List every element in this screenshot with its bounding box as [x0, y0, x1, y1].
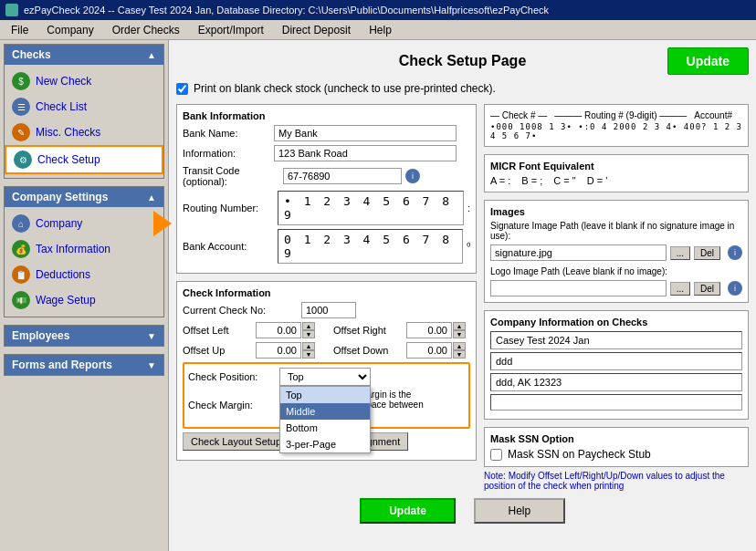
update-button-bottom[interactable]: Update: [360, 498, 456, 524]
offset-left-up[interactable]: ▲: [302, 322, 315, 330]
employees-section-header[interactable]: Employees ▼: [5, 326, 163, 346]
bank-name-input[interactable]: [274, 125, 457, 141]
micr-font-panel: MICR Font Equivalent A = : B = ; C = " D…: [484, 154, 749, 192]
offset-up-down[interactable]: ▼: [302, 350, 315, 359]
menu-order-checks[interactable]: Order Checks: [105, 22, 187, 38]
routing-number-row: Routing Number: • 1 2 3 4 5 6 7 8 9 :: [183, 191, 470, 225]
sidebar: Checks ▲ $ New Check ☰ Check List ✎ Misc…: [0, 40, 169, 551]
check-position-row: Check Position: Top Middle Bottom 3-per-…: [188, 368, 465, 386]
deductions-label: Deductions: [36, 268, 90, 281]
micr-b: B = ;: [521, 175, 542, 186]
account-no-header: Account#: [694, 110, 732, 120]
company-info-panel: Company Information on Checks Casey Test…: [484, 310, 749, 420]
print-blank-check-label: Print on blank check stock (uncheck to u…: [194, 82, 496, 95]
micr-a: A = :: [490, 175, 510, 186]
information-input[interactable]: [274, 145, 457, 161]
tax-icon: 💰: [12, 240, 30, 258]
update-button-top[interactable]: Update: [667, 47, 749, 75]
transit-code-row: Transit Code (optional): i: [183, 165, 470, 187]
sidebar-item-tax-info[interactable]: 💰 Tax Information: [5, 236, 163, 262]
sidebar-item-company[interactable]: ⌂ Company: [5, 211, 163, 236]
company-line1: Casey Test 2024 Jan: [490, 331, 742, 349]
bottom-buttons: Update Help: [176, 498, 749, 524]
bank-account-label: Bank Account:: [183, 241, 274, 252]
transit-code-info-btn[interactable]: i: [405, 169, 420, 183]
mask-ssn-checkbox[interactable]: [490, 449, 502, 461]
title-text: ezPayCheck 2024 -- Casey Test 2024 Jan, …: [24, 5, 549, 16]
forms-section-header[interactable]: Forms and Reports ▼: [5, 355, 163, 375]
help-button[interactable]: Help: [474, 498, 565, 524]
check-position-select[interactable]: Top Middle Bottom 3-per-Page: [279, 368, 371, 386]
sidebar-item-new-check[interactable]: $ New Check: [5, 68, 163, 94]
menu-company[interactable]: Company: [39, 22, 100, 38]
employees-chevron: ▼: [147, 331, 156, 341]
micr-d: D = ': [587, 175, 608, 186]
dropdown-option-middle[interactable]: Middle: [280, 403, 370, 420]
images-title: Images: [490, 206, 742, 217]
information-label: Information:: [183, 148, 274, 159]
signature-info-btn[interactable]: i: [728, 245, 742, 260]
offset-right-input[interactable]: [406, 322, 452, 338]
wage-icon: 💵: [12, 291, 30, 309]
offset-up-input[interactable]: [256, 342, 301, 359]
arrow-shape: [153, 211, 172, 236]
logo-browse-btn[interactable]: ...: [670, 282, 690, 296]
misc-checks-icon: ✎: [12, 123, 30, 141]
arrow-indicator: [153, 211, 172, 239]
mask-ssn-label: Mask SSN on Paycheck Stub: [508, 448, 651, 461]
offset-right-up[interactable]: ▲: [453, 322, 466, 330]
dropdown-option-bottom[interactable]: Bottom: [280, 420, 370, 436]
check-list-icon: ☰: [12, 98, 30, 116]
transit-code-label: Transit Code (optional):: [183, 165, 283, 187]
logo-info-btn[interactable]: i: [728, 281, 742, 296]
offset-down-down[interactable]: ▼: [453, 350, 466, 359]
print-blank-check-checkbox[interactable]: [176, 83, 188, 95]
offset-right-spinner: ▲ ▼: [406, 322, 466, 338]
check-header-panel: — Check # — ——— Routing # (9-digit) ——— …: [484, 104, 749, 147]
company-section-header[interactable]: Company Settings ▲: [5, 187, 163, 207]
offset-up-up[interactable]: ▲: [302, 342, 315, 350]
offset-down-up[interactable]: ▲: [453, 342, 466, 350]
offset-up-spinner: ▲ ▼: [256, 342, 315, 359]
sidebar-item-wage-setup[interactable]: 💵 Wage Setup: [5, 287, 163, 313]
sidebar-item-check-setup[interactable]: ⚙ Check Setup: [5, 145, 163, 174]
sidebar-item-deductions[interactable]: 📋 Deductions: [5, 262, 163, 287]
company-info-label: Company Information on Checks: [490, 317, 742, 327]
offset-down-input[interactable]: [406, 342, 452, 359]
content-header: Check Setup Page Update: [176, 47, 749, 75]
offset-left-input[interactable]: [256, 322, 301, 338]
menu-help[interactable]: Help: [362, 22, 399, 38]
routing-end-marker: :: [467, 203, 470, 213]
employees-section: Employees ▼: [4, 325, 164, 347]
mask-ssn-title: Mask SSN Option: [490, 433, 742, 444]
sidebar-item-check-list[interactable]: ☰ Check List: [5, 94, 163, 120]
signature-input[interactable]: [490, 244, 667, 261]
signature-del-btn[interactable]: Del: [694, 246, 720, 260]
left-column: Bank Information Bank Name: Information:…: [176, 104, 477, 491]
sidebar-item-misc-checks[interactable]: ✎ Misc. Checks: [5, 120, 163, 145]
bank-info-label: Bank Information: [183, 110, 470, 121]
current-check-no-row: Current Check No:: [183, 302, 470, 318]
menu-export-import[interactable]: Export/Import: [191, 22, 271, 38]
current-check-no-input[interactable]: [301, 302, 356, 318]
check-layout-button[interactable]: Check Layout Setup: [183, 432, 289, 451]
transit-code-input[interactable]: [283, 168, 402, 184]
menu-file[interactable]: File: [4, 22, 36, 38]
account-end-marker: ⁰: [467, 241, 470, 253]
dropdown-option-3perpage[interactable]: 3-per-Page: [280, 436, 370, 452]
forms-section: Forms and Reports ▼: [4, 354, 164, 376]
current-check-no-label: Current Check No:: [183, 305, 301, 316]
logo-del-btn[interactable]: Del: [694, 282, 720, 296]
bank-name-label: Bank Name:: [183, 128, 274, 139]
offset-right-down[interactable]: ▼: [453, 330, 466, 338]
checks-section-header[interactable]: Checks ▲: [5, 45, 163, 65]
offset-left-down[interactable]: ▼: [302, 330, 315, 338]
logo-input[interactable]: [490, 280, 667, 296]
checks-section: Checks ▲ $ New Check ☰ Check List ✎ Misc…: [4, 44, 164, 179]
dropdown-option-top[interactable]: Top: [280, 387, 370, 403]
company-section-content: ⌂ Company 💰 Tax Information 📋 Deductions…: [5, 207, 163, 317]
bank-account-row: Bank Account: 0 1 2 3 4 5 6 7 8 9 ⁰: [183, 229, 470, 264]
offset-left-spinner: ▲ ▼: [256, 322, 315, 338]
menu-direct-deposit[interactable]: Direct Deposit: [275, 22, 358, 38]
signature-browse-btn[interactable]: ...: [670, 246, 690, 260]
